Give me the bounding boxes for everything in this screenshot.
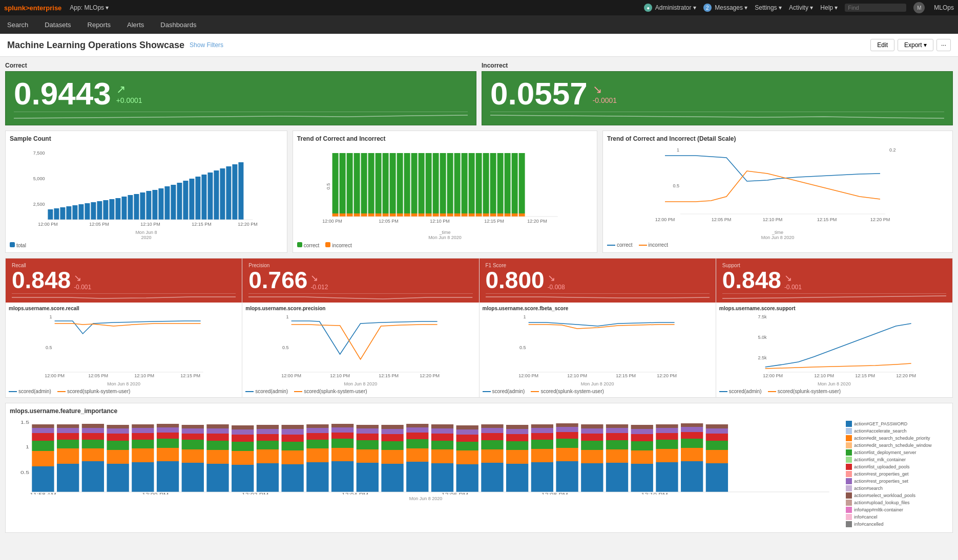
show-filters-link[interactable]: Show Filters (190, 41, 223, 49)
edit-button[interactable]: Edit (870, 39, 894, 51)
svg-rect-295 (656, 440, 678, 449)
svg-rect-220 (331, 424, 353, 427)
svg-rect-201 (257, 429, 279, 434)
messages-label[interactable]: Messages ▾ (715, 4, 747, 11)
svg-rect-205 (282, 442, 304, 450)
svg-rect-289 (631, 441, 653, 450)
svg-rect-192 (232, 451, 254, 465)
svg-rect-165 (107, 428, 129, 434)
svg-text:12:20 PM: 12:20 PM (527, 219, 547, 224)
svg-rect-229 (381, 441, 403, 450)
svg-rect-47 (353, 153, 360, 213)
svg-rect-309 (706, 428, 728, 434)
svg-rect-67 (425, 153, 431, 213)
svg-rect-217 (331, 439, 353, 448)
svg-rect-255 (481, 428, 503, 433)
export-button[interactable]: Export ▾ (898, 39, 933, 51)
f1-chart: mlops.username.score.fbeta_score 1 0.5 1… (480, 303, 716, 397)
svg-rect-236 (406, 433, 428, 439)
svg-rect-274 (556, 423, 578, 427)
svg-rect-187 (206, 441, 228, 450)
svg-rect-86 (490, 213, 496, 217)
f1-chart-label: mlops.username.score.fbeta_score (483, 306, 713, 311)
svg-rect-302 (681, 432, 703, 439)
nav-datasets[interactable]: Datasets (43, 17, 73, 33)
svg-rect-22 (164, 186, 170, 220)
nav-search[interactable]: Search (5, 17, 30, 33)
svg-rect-211 (306, 440, 328, 448)
svg-rect-178 (157, 424, 179, 427)
settings-menu[interactable]: Settings ▾ (755, 4, 782, 11)
svg-rect-234 (406, 448, 428, 462)
recall-chart-svg: 1 0.5 12:00 PM 12:05 PM 12:10 PM 12:15 P… (9, 313, 239, 380)
admin-menu[interactable]: ● Administrator ▾ (644, 4, 696, 12)
svg-text:0.5: 0.5 (20, 470, 29, 475)
more-button[interactable]: ··· (936, 39, 951, 51)
svg-text:5.0k: 5.0k (758, 335, 767, 340)
svg-rect-191 (232, 465, 254, 492)
svg-rect-281 (606, 463, 628, 492)
svg-rect-151 (57, 440, 79, 448)
recall-sparkline (12, 293, 236, 299)
svg-rect-225 (357, 428, 379, 434)
nav-alerts[interactable]: Alerts (125, 17, 146, 33)
find-input[interactable] (845, 4, 906, 12)
feature-importance-title: mlops.username.feature_importance (10, 407, 948, 415)
trend-detail-legend: correct incorrect (607, 242, 948, 248)
svg-text:12:00 PM: 12:00 PM (655, 217, 675, 222)
svg-text:2,500: 2,500 (33, 202, 45, 207)
svg-rect-145 (32, 441, 54, 451)
f1-value: 0.800 (486, 268, 545, 292)
svg-rect-77 (461, 153, 467, 213)
svg-rect-174 (157, 448, 179, 461)
f1-arrow: ↘ (548, 273, 555, 283)
svg-rect-199 (257, 441, 279, 449)
page-title: Machine Learning Operations Showcase (7, 40, 184, 51)
support-sparkline (722, 293, 946, 299)
svg-rect-5 (60, 207, 65, 220)
app-name[interactable]: App: MLOps ▾ (70, 4, 109, 11)
svg-rect-283 (606, 440, 628, 449)
activity-menu[interactable]: Activity ▾ (789, 4, 813, 11)
svg-rect-12 (103, 200, 108, 220)
support-chart-svg: 7.5k 5.0k 2.5k 12:00 PM 12:10 PM 12:15 P… (719, 313, 949, 380)
svg-rect-226 (357, 425, 379, 428)
svg-text:12:05 PM: 12:05 PM (88, 373, 108, 378)
svg-rect-11 (97, 201, 102, 220)
svg-rect-71 (440, 153, 446, 213)
dashboard-content: Correct 0.9443 ↗ +0.0001 Incorrect (0, 57, 958, 538)
top-nav-right: ● Administrator ▾ 2 Messages ▾ Settings … (644, 2, 954, 13)
svg-rect-189 (206, 428, 228, 434)
svg-text:12:10 PM: 12:10 PM (134, 373, 154, 378)
svg-rect-203 (282, 464, 304, 492)
svg-rect-160 (82, 424, 104, 428)
svg-text:12:00 PM: 12:00 PM (282, 373, 302, 378)
svg-rect-21 (158, 188, 163, 220)
svg-rect-254 (481, 433, 503, 440)
svg-text:0.5: 0.5 (325, 183, 330, 190)
svg-rect-259 (506, 441, 528, 450)
svg-rect-239 (431, 463, 453, 492)
svg-rect-207 (282, 429, 304, 435)
svg-rect-7 (72, 205, 77, 220)
svg-rect-45 (346, 153, 352, 213)
svg-rect-212 (306, 433, 328, 440)
svg-rect-257 (506, 464, 528, 492)
svg-rect-150 (57, 448, 79, 464)
svg-rect-65 (418, 153, 424, 213)
svg-rect-41 (332, 153, 338, 213)
messages-menu[interactable]: 2 Messages ▾ (703, 4, 747, 12)
svg-rect-235 (406, 439, 428, 448)
admin-label[interactable]: Administrator ▾ (655, 4, 696, 11)
nav-dashboards[interactable]: Dashboards (158, 17, 198, 33)
svg-rect-90 (504, 213, 510, 217)
support-chart: mlops.username.score.support 7.5k 5.0k 2… (716, 303, 952, 397)
svg-rect-42 (332, 213, 338, 217)
svg-text:12:05 PM: 12:05 PM (712, 217, 732, 222)
svg-rect-284 (606, 433, 628, 440)
help-menu[interactable]: Help ▾ (820, 4, 838, 11)
svg-text:12:00 PM: 12:00 PM (38, 222, 58, 227)
svg-rect-60 (397, 213, 403, 217)
nav-reports[interactable]: Reports (86, 17, 113, 33)
svg-rect-278 (581, 434, 603, 441)
